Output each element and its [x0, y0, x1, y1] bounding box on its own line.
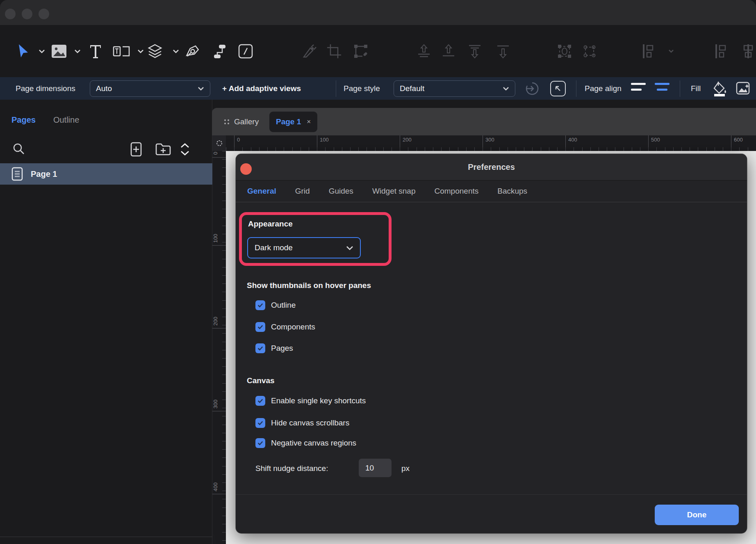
grid-dots-icon [223, 119, 230, 125]
page1-tab-active[interactable]: Page 1 × [269, 112, 317, 132]
page-document-icon [11, 167, 23, 181]
pen-tool-button[interactable] [183, 25, 201, 77]
nudge-distance-input[interactable]: 10 [359, 459, 392, 477]
minimize-window-button[interactable] [22, 9, 32, 19]
format-painter-icon [301, 43, 318, 59]
add-folder-icon [155, 143, 171, 156]
nudge-unit-label: px [401, 464, 410, 473]
tab-grid[interactable]: Grid [295, 187, 310, 196]
layers-tool-dropdown[interactable] [173, 25, 179, 77]
page-style-select[interactable]: Default [394, 80, 515, 97]
cursor-in-box-icon [554, 85, 562, 92]
add-adaptive-views-button[interactable]: + Add adaptive views [222, 77, 301, 100]
ungroup-button[interactable] [581, 25, 599, 77]
ruler-origin-button[interactable] [212, 135, 226, 151]
add-page-button[interactable] [129, 142, 143, 159]
close-window-button[interactable] [5, 9, 16, 19]
divider [680, 80, 680, 97]
select-tool-dropdown[interactable] [39, 25, 45, 77]
tab-widget-snap[interactable]: Widget snap [372, 187, 416, 196]
h-ruler-label: 600 [731, 135, 743, 151]
page-dimensions-select[interactable]: Auto [90, 80, 210, 97]
layers-tool-button[interactable] [146, 25, 164, 77]
checkbox-pages[interactable]: Pages [255, 343, 293, 354]
layers-icon [147, 43, 163, 59]
close-tab-icon[interactable]: × [307, 118, 311, 126]
h-ruler-label: 300 [483, 135, 494, 151]
fill-label: Fill [691, 77, 701, 100]
align-button[interactable] [640, 25, 658, 77]
dialog-footer-divider [236, 494, 747, 495]
checkbox-components[interactable]: Components [255, 321, 315, 333]
connector-tool-button[interactable] [211, 25, 229, 77]
edit-points-button[interactable] [352, 25, 370, 77]
checkbox-single-key-shortcuts[interactable]: Enable single key shortcuts [255, 395, 366, 407]
send-to-back-button[interactable] [494, 25, 512, 77]
background-image-button[interactable] [736, 82, 751, 97]
checkbox-checked-icon [255, 343, 265, 353]
text-field-tool-dropdown[interactable] [137, 25, 144, 77]
tab-general[interactable]: General [247, 187, 276, 196]
send-backward-icon [467, 43, 483, 59]
connector-icon [212, 43, 228, 59]
page-align-center-button[interactable] [655, 83, 669, 94]
preferences-dialog: Preferences General Grid Guides Widget s… [236, 154, 747, 533]
dialog-tab-divider [236, 202, 747, 202]
page-align-left-button[interactable] [631, 83, 646, 94]
page-list-item-selected[interactable]: Page 1 [0, 163, 212, 185]
v-ruler-label: 100 [212, 234, 226, 246]
thumbnails-heading: Show thumbnails on hover panes [247, 281, 371, 290]
checkbox-negative-regions[interactable]: Negative canvas regions [255, 437, 356, 449]
add-folder-button[interactable] [155, 143, 171, 158]
fill-color-button[interactable] [713, 81, 728, 98]
image-tool-button[interactable] [49, 25, 69, 77]
search-pages-button[interactable] [12, 142, 25, 157]
align-left-edge-icon [642, 43, 656, 59]
tab-outline[interactable]: Outline [53, 115, 79, 125]
send-backward-button[interactable] [466, 25, 484, 77]
paint-bucket-icon [713, 81, 728, 96]
titlebar [0, 0, 756, 25]
divider [336, 80, 336, 97]
text-field-tool-button[interactable] [112, 25, 132, 77]
crop-tool-button[interactable] [325, 25, 343, 77]
tab-components[interactable]: Components [435, 187, 479, 196]
tab-pages[interactable]: Pages [11, 115, 36, 125]
v-ruler-label: 0 [212, 152, 226, 158]
bring-to-front-icon [416, 43, 432, 59]
crop-icon [326, 43, 342, 59]
shape-tool-button[interactable] [237, 25, 255, 77]
import-page-button[interactable] [525, 82, 539, 97]
format-painter-button[interactable] [301, 25, 319, 77]
tab-guides[interactable]: Guides [329, 187, 353, 196]
tab-backups[interactable]: Backups [497, 187, 527, 196]
dialog-tabs: General Grid Guides Widget snap Componen… [247, 181, 527, 202]
image-tool-dropdown[interactable] [74, 25, 81, 77]
page-style-label: Page style [344, 77, 380, 100]
divider [576, 80, 576, 97]
bring-to-front-button[interactable] [415, 25, 433, 77]
checkbox-outline[interactable]: Outline [255, 299, 296, 311]
appearance-dropdown[interactable]: Dark mode [247, 237, 361, 258]
ungroup-icon [581, 43, 598, 59]
preview-cursor-button[interactable] [550, 81, 566, 96]
gallery-tab[interactable]: Gallery [223, 108, 259, 135]
checkbox-checked-icon [255, 418, 265, 428]
bring-forward-button[interactable] [439, 25, 458, 77]
sidebar-bottom-divider [0, 537, 212, 537]
sort-pages-button[interactable] [179, 142, 191, 158]
main-toolbar [0, 25, 756, 77]
page-item-label: Page 1 [31, 169, 57, 179]
zoom-window-button[interactable] [39, 9, 49, 19]
done-button[interactable]: Done [655, 505, 739, 525]
align-center-button[interactable] [739, 25, 756, 77]
align-left-button[interactable] [713, 25, 731, 77]
appearance-heading: Appearance [248, 219, 293, 229]
select-tool-button[interactable] [14, 25, 32, 77]
h-ruler-label: 200 [400, 135, 412, 151]
text-tool-button[interactable] [87, 25, 105, 77]
checkbox-hide-scrollbars[interactable]: Hide canvas scrollbars [255, 417, 349, 429]
group-button[interactable] [556, 25, 574, 77]
align-dropdown[interactable] [668, 25, 674, 77]
chevron-down-icon [198, 87, 204, 91]
